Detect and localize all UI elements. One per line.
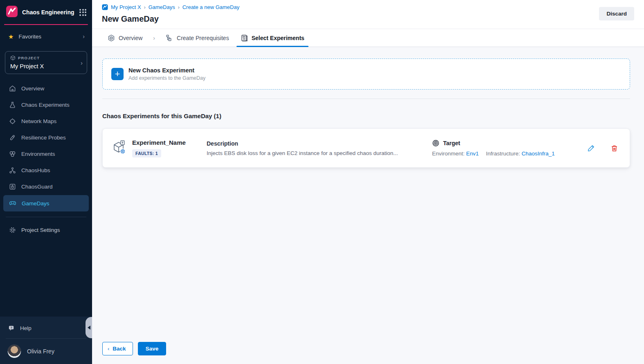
tab-label: Overview bbox=[119, 35, 142, 41]
harness-logo-icon bbox=[6, 5, 18, 19]
flask-icon bbox=[9, 101, 16, 108]
network-maps-icon bbox=[9, 118, 16, 125]
sidebar-item-environments[interactable]: Environments bbox=[3, 146, 89, 162]
tab-label: Create Prerequisites bbox=[177, 35, 229, 41]
sidebar-item-project-settings[interactable]: Project Settings bbox=[0, 222, 92, 238]
help-label: Help bbox=[20, 325, 32, 331]
new-chaos-experiment-button[interactable]: + New Chaos Experiment Add experiments t… bbox=[102, 58, 630, 90]
sidebar-item-chaos-experiments[interactable]: Chaos Experiments bbox=[3, 97, 89, 113]
sidebar-item-label: ChaosHubs bbox=[21, 167, 50, 173]
infrastructure-label: Infrastructure: bbox=[486, 151, 520, 157]
guard-icon bbox=[9, 183, 16, 190]
sidebar-collapse-handle[interactable] bbox=[86, 317, 92, 338]
gear-icon bbox=[9, 227, 16, 234]
breadcrumb: My Project X › GameDays › Create a new G… bbox=[102, 4, 634, 10]
sidebar-item-label: Overview bbox=[21, 85, 44, 92]
add-box-subtitle: Add experiments to the GameDay bbox=[128, 75, 205, 81]
sidebar-favorites[interactable]: ★ Favorites › bbox=[0, 25, 92, 45]
tab-select-experiments[interactable]: Select Experiments bbox=[235, 29, 310, 47]
home-icon bbox=[9, 85, 16, 92]
add-box-title: New Chaos Experiment bbox=[128, 67, 205, 74]
tab-content: + New Chaos Experiment Add experiments t… bbox=[92, 47, 644, 168]
description-label: Description bbox=[207, 140, 420, 147]
sidebar-item-label: GameDays bbox=[22, 200, 50, 207]
hub-icon bbox=[9, 167, 16, 174]
footer-actions: ‹ Back Save bbox=[102, 342, 166, 355]
save-button[interactable]: Save bbox=[138, 342, 167, 355]
delete-experiment-button[interactable] bbox=[609, 143, 620, 154]
breadcrumb-gamedays[interactable]: GameDays bbox=[149, 4, 175, 10]
chevron-right-icon: › bbox=[178, 4, 180, 10]
trash-icon bbox=[610, 144, 618, 152]
user-name: Olivia Frey bbox=[27, 348, 54, 355]
sidebar-item-gamedays[interactable]: GameDays bbox=[3, 195, 89, 211]
project-selector[interactable]: PROJECT My Project X › bbox=[5, 51, 87, 74]
environment-link[interactable]: Env1 bbox=[466, 151, 479, 157]
project-label: PROJECT bbox=[18, 56, 40, 60]
help-chat-icon: ? bbox=[8, 325, 15, 332]
project-settings-label: Project Settings bbox=[21, 227, 60, 233]
description-text: Injects EBS disk loss for a given EC2 in… bbox=[207, 150, 420, 156]
collapse-arrow-icon bbox=[88, 326, 90, 330]
chevron-right-icon: › bbox=[144, 4, 146, 10]
favorites-label: Favorites bbox=[18, 34, 41, 40]
tab-create-prerequisites[interactable]: Create Prerequisites bbox=[160, 29, 235, 47]
probe-icon bbox=[9, 134, 16, 141]
chevron-right-icon: › bbox=[83, 33, 85, 40]
plus-icon: + bbox=[111, 68, 124, 80]
sidebar-header: Chaos Engineering bbox=[0, 0, 92, 24]
target-label: Target bbox=[443, 140, 460, 146]
sidebar-item-chaoshubs[interactable]: ChaosHubs bbox=[3, 162, 89, 178]
back-label: Back bbox=[113, 346, 126, 352]
discard-button[interactable]: Discard bbox=[599, 7, 634, 20]
help-button[interactable]: ? Help bbox=[0, 319, 92, 337]
sidebar-item-label: Chaos Experiments bbox=[21, 102, 70, 108]
cube-icon bbox=[10, 55, 16, 61]
tab-overview[interactable]: Overview bbox=[102, 29, 148, 47]
experiment-actions bbox=[581, 143, 622, 154]
svg-text:?: ? bbox=[10, 326, 12, 330]
experiment-description-col: Description Injects EBS disk loss for a … bbox=[207, 140, 432, 156]
sidebar-divider bbox=[6, 217, 86, 217]
wizard-tabs: Overview › Create Prerequisites Select E… bbox=[92, 29, 644, 47]
back-button[interactable]: ‹ Back bbox=[102, 342, 133, 355]
sidebar-item-network-maps[interactable]: Network Maps bbox=[3, 113, 89, 129]
experiment-row: Experiment_Name FAULTS: 1 Description In… bbox=[102, 128, 630, 168]
sidebar-item-resilience-probes[interactable]: Resilience Probes bbox=[3, 130, 89, 146]
main-area: My Project X › GameDays › Create a new G… bbox=[92, 0, 644, 364]
tab-label: Select Experiments bbox=[252, 35, 304, 41]
sidebar-item-overview[interactable]: Overview bbox=[3, 81, 89, 97]
sidebar-item-label: ChaosGuard bbox=[21, 184, 53, 190]
faults-badge: FAULTS: 1 bbox=[132, 149, 161, 157]
overview-tab-icon bbox=[108, 34, 115, 42]
prerequisites-tab-icon bbox=[166, 34, 173, 42]
sidebar-item-chaosguard[interactable]: ChaosGuard bbox=[3, 179, 89, 195]
edit-experiment-button[interactable] bbox=[585, 143, 597, 154]
infrastructure-link[interactable]: ChaosInfra_1 bbox=[522, 151, 555, 157]
user-menu[interactable]: Olivia Frey bbox=[0, 340, 92, 360]
page-header: My Project X › GameDays › Create a new G… bbox=[92, 0, 644, 29]
sidebar-bottom: ? Help Olivia Frey bbox=[0, 317, 92, 364]
sidebar-item-label: Environments bbox=[21, 151, 55, 157]
breadcrumb-create-gameday[interactable]: Create a new GameDay bbox=[182, 4, 239, 10]
page-title: New GameDay bbox=[102, 14, 634, 24]
target-header: Target bbox=[432, 139, 581, 147]
experiments-tab-icon bbox=[241, 34, 248, 42]
target-details: Environment: Env1 Infrastructure: ChaosI… bbox=[432, 151, 581, 157]
breadcrumb-project[interactable]: My Project X bbox=[111, 4, 141, 10]
sidebar: Chaos Engineering ★ Favorites › PROJECT … bbox=[0, 0, 92, 364]
sidebar-nav: Overview Chaos Experiments Network Maps … bbox=[0, 81, 92, 212]
app-switcher-icon[interactable] bbox=[79, 9, 86, 16]
project-label-row: PROJECT bbox=[10, 55, 82, 61]
chevron-left-icon: ‹ bbox=[108, 346, 109, 352]
content-divider bbox=[102, 99, 630, 99]
app-title: Chaos Engineering bbox=[22, 9, 75, 16]
project-name: My Project X bbox=[10, 63, 82, 70]
experiment-target-col: Target Environment: Env1 Infrastructure:… bbox=[432, 139, 581, 157]
sidebar-item-label: Resilience Probes bbox=[21, 135, 66, 141]
gamepad-icon bbox=[9, 200, 16, 207]
add-box-text: New Chaos Experiment Add experiments to … bbox=[128, 67, 205, 81]
harness-crumb-icon bbox=[102, 4, 108, 10]
pencil-icon bbox=[587, 144, 595, 152]
chaos-experiment-icon bbox=[111, 139, 127, 155]
